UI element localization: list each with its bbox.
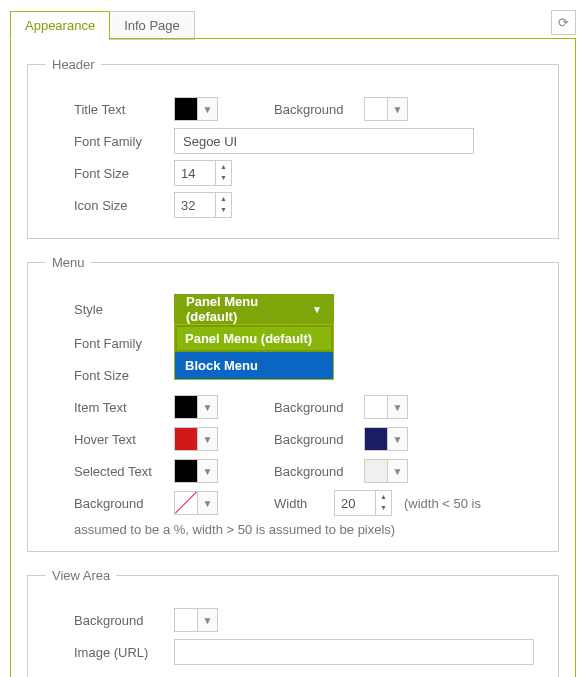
- title-text-label: Title Text: [74, 102, 174, 117]
- image-url-input[interactable]: [174, 639, 534, 665]
- step-up-icon[interactable]: ▲: [216, 161, 231, 172]
- tab-info-page[interactable]: Info Page: [110, 11, 195, 40]
- selected-bg-color-picker[interactable]: ▼: [364, 459, 408, 483]
- dropdown-icon: ▼: [197, 98, 217, 120]
- view-area-legend: View Area: [46, 568, 116, 583]
- step-up-icon[interactable]: ▲: [376, 491, 391, 502]
- menu-font-family-label: Font Family: [74, 336, 174, 351]
- tab-bar: Appearance Info Page: [10, 10, 195, 39]
- dropdown-icon: ▼: [197, 396, 217, 418]
- dropdown-icon: ▼: [387, 428, 407, 450]
- header-icon-size-label: Icon Size: [74, 198, 174, 213]
- header-font-family-input[interactable]: [174, 128, 474, 154]
- color-swatch-none: [175, 492, 197, 514]
- menu-style-listbox: Panel Menu (default) Block Menu: [174, 324, 334, 380]
- menu-bg-label: Background: [74, 496, 174, 511]
- item-bg-color-picker[interactable]: ▼: [364, 395, 408, 419]
- color-swatch-white: [365, 396, 387, 418]
- header-font-size-input[interactable]: [175, 161, 215, 185]
- step-up-icon[interactable]: ▲: [216, 193, 231, 204]
- menu-fieldset: Menu Style Panel Menu (default) ▼ Panel …: [27, 255, 559, 552]
- menu-bg-color-picker[interactable]: ▼: [174, 491, 218, 515]
- selected-bg-label: Background: [274, 464, 364, 479]
- item-text-color-picker[interactable]: ▼: [174, 395, 218, 419]
- dropdown-icon: ▼: [197, 460, 217, 482]
- color-swatch-white: [365, 98, 387, 120]
- color-swatch-lightgrey: [365, 460, 387, 482]
- menu-style-label: Style: [74, 302, 174, 317]
- color-swatch-red: [175, 428, 197, 450]
- color-swatch-black: [175, 396, 197, 418]
- menu-style-option-panel[interactable]: Panel Menu (default): [175, 325, 333, 352]
- hover-bg-label: Background: [274, 432, 364, 447]
- header-legend: Header: [46, 57, 101, 72]
- header-fieldset: Header Title Text ▼ Background ▼ Font Fa…: [27, 57, 559, 239]
- menu-style-option-block[interactable]: Block Menu: [175, 352, 333, 379]
- menu-font-size-label: Font Size: [74, 368, 174, 383]
- view-bg-label: Background: [74, 613, 174, 628]
- hover-text-label: Hover Text: [74, 432, 174, 447]
- selected-text-label: Selected Text: [74, 464, 174, 479]
- step-down-icon[interactable]: ▼: [216, 204, 231, 215]
- tab-appearance[interactable]: Appearance: [10, 11, 110, 40]
- header-icon-size-stepper[interactable]: ▲▼: [174, 192, 232, 218]
- view-area-fieldset: View Area Background ▼ Image (URL): [27, 568, 559, 677]
- step-down-icon[interactable]: ▼: [376, 502, 391, 513]
- chevron-down-icon: ▼: [312, 304, 322, 315]
- dropdown-icon: ▼: [387, 98, 407, 120]
- color-swatch-navy: [365, 428, 387, 450]
- menu-width-input[interactable]: [335, 491, 375, 515]
- width-hint-b: assumed to be a %, width > 50 is assumed…: [74, 522, 540, 537]
- header-bg-color-picker[interactable]: ▼: [364, 97, 408, 121]
- step-down-icon[interactable]: ▼: [216, 172, 231, 183]
- dropdown-icon: ▼: [387, 460, 407, 482]
- selected-text-color-picker[interactable]: ▼: [174, 459, 218, 483]
- dropdown-icon: ▼: [197, 492, 217, 514]
- item-text-label: Item Text: [74, 400, 174, 415]
- header-font-size-stepper[interactable]: ▲▼: [174, 160, 232, 186]
- color-swatch-black: [175, 460, 197, 482]
- header-font-family-label: Font Family: [74, 134, 174, 149]
- header-bg-label: Background: [274, 102, 364, 117]
- dropdown-icon: ▼: [197, 609, 217, 631]
- color-swatch-black: [175, 98, 197, 120]
- header-icon-size-input[interactable]: [175, 193, 215, 217]
- menu-legend: Menu: [46, 255, 91, 270]
- color-swatch-white: [175, 609, 197, 631]
- refresh-button[interactable]: ⟳: [551, 10, 576, 35]
- menu-style-selected: Panel Menu (default): [186, 294, 312, 324]
- dropdown-icon: ▼: [197, 428, 217, 450]
- view-bg-color-picker[interactable]: ▼: [174, 608, 218, 632]
- header-font-size-label: Font Size: [74, 166, 174, 181]
- hover-bg-color-picker[interactable]: ▼: [364, 427, 408, 451]
- appearance-panel: Header Title Text ▼ Background ▼ Font Fa…: [10, 38, 576, 677]
- title-text-color-picker[interactable]: ▼: [174, 97, 218, 121]
- refresh-icon: ⟳: [558, 15, 569, 30]
- image-url-label: Image (URL): [74, 645, 174, 660]
- dropdown-icon: ▼: [387, 396, 407, 418]
- menu-style-select[interactable]: Panel Menu (default) ▼ Panel Menu (defau…: [174, 294, 334, 324]
- menu-width-label: Width: [274, 496, 334, 511]
- width-hint-a: (width < 50 is: [404, 496, 481, 511]
- menu-width-stepper[interactable]: ▲▼: [334, 490, 392, 516]
- hover-text-color-picker[interactable]: ▼: [174, 427, 218, 451]
- item-bg-label: Background: [274, 400, 364, 415]
